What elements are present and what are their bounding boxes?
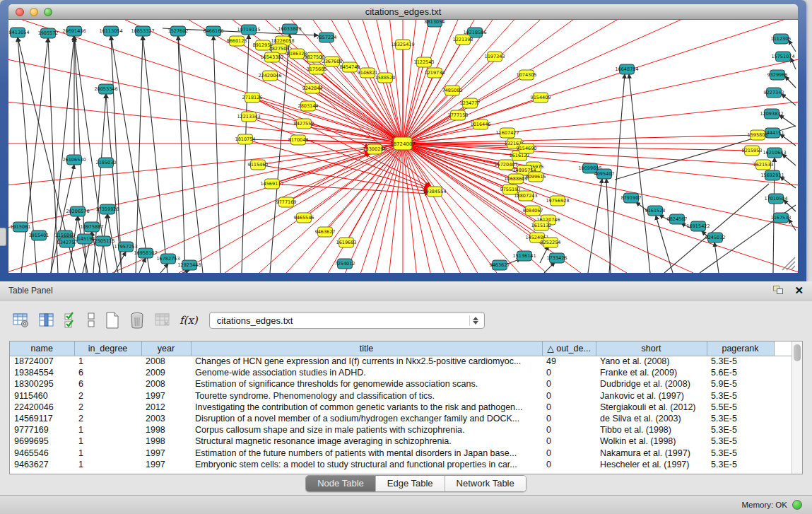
scrollbar-thumb[interactable] <box>794 344 801 361</box>
graph-edge[interactable] <box>403 135 758 144</box>
table-cell[interactable]: 1 <box>74 436 141 447</box>
table-cell[interactable]: Hescheler et al. (1997) <box>596 459 707 470</box>
graph-edge[interactable] <box>403 20 681 144</box>
graph-node[interactable]: 20053346 <box>94 84 117 94</box>
table-cell[interactable]: 5.6E-5 <box>707 367 774 378</box>
graph-edge[interactable] <box>136 36 143 273</box>
graph-node[interactable]: 26106530 <box>62 155 86 165</box>
graph-edge[interactable] <box>403 144 763 165</box>
graph-node[interactable]: 16210643 <box>763 148 786 158</box>
table-cell[interactable]: 22420046 <box>10 402 74 413</box>
graph-node[interactable]: 15692931 <box>760 170 784 180</box>
column-header-out_de[interactable]: △ out_de... <box>542 341 596 356</box>
table-cell[interactable]: 0 <box>542 402 596 413</box>
table-cell[interactable]: 5.3E-5 <box>707 413 774 424</box>
graph-node[interactable]: 8813054 <box>425 20 445 27</box>
graph-node[interactable]: 3175685 <box>307 64 327 74</box>
graph-edge[interactable] <box>272 184 429 194</box>
column-header-short[interactable]: short <box>596 341 707 356</box>
graph-edge[interactable] <box>403 20 617 144</box>
graph-edge[interactable] <box>403 144 798 228</box>
graph-edge[interactable] <box>782 154 796 165</box>
graph-node[interactable]: 19756928 <box>546 196 569 206</box>
window-titlebar[interactable]: citations_edges.txt <box>8 4 798 20</box>
graph-node[interactable]: 4095407 <box>594 169 615 179</box>
table-cell[interactable]: 0 <box>542 367 596 378</box>
table-cell[interactable]: 2 <box>74 413 141 424</box>
graph-node[interactable]: 8099615 <box>526 172 546 182</box>
table-cell[interactable]: Yano et al. (2008) <box>596 356 707 367</box>
table-cell[interactable]: 6 <box>74 378 141 390</box>
table-cell[interactable]: 1 <box>74 356 141 367</box>
graph-node[interactable]: 1595808 <box>748 130 768 140</box>
table-cell[interactable]: Genome-wide association studies in ADHD. <box>191 367 542 378</box>
graph-node[interactable]: 1733426 <box>547 253 567 263</box>
graph-node[interactable]: 14569117 <box>260 179 283 189</box>
network-canvas[interactable]: 1841305419055722069143616113054108533271… <box>8 20 798 273</box>
graph-node[interactable]: 1588520 <box>375 73 396 83</box>
select-columns-icon[interactable] <box>64 312 78 329</box>
graph-node[interactable]: 9161528 <box>645 206 666 216</box>
table-cell[interactable]: 9777169 <box>10 424 74 436</box>
graph-node[interactable]: 15136141 <box>512 251 536 261</box>
table-cell[interactable]: 5.3E-5 <box>707 448 774 459</box>
graph-node[interactable]: 16648784 <box>615 64 638 74</box>
table-row[interactable]: 911546021997Tourette syndrome. Phenomeno… <box>10 390 792 402</box>
graph-edge[interactable] <box>403 144 752 151</box>
table-cell[interactable]: 18300295 <box>10 378 74 390</box>
graph-edge[interactable] <box>309 144 403 273</box>
graph-node[interactable]: 16033809 <box>278 24 301 34</box>
table-header-row[interactable]: namein_degreeyeartitle△ out_de...shortpa… <box>10 341 792 356</box>
graph-node[interactable]: 8791907 <box>621 193 642 203</box>
graph-node[interactable]: 12923448 <box>177 260 201 270</box>
table-cell[interactable]: 9115460 <box>10 390 74 402</box>
graph-node[interactable]: 11607427 <box>495 128 519 138</box>
table-cell[interactable]: 1997 <box>141 390 191 402</box>
table-row[interactable]: 1830029562008Estimation of significance … <box>10 378 792 390</box>
table-row[interactable]: 1456911722003Disruption of a novel membe… <box>10 413 792 424</box>
graph-edge[interactable] <box>780 134 796 146</box>
table-selector-dropdown[interactable]: citations_edges.txt <box>209 312 485 329</box>
graph-node[interactable]: 1221398 <box>453 35 473 45</box>
graph-node[interactable]: 10853327 <box>131 26 154 36</box>
table-cell[interactable]: 1997 <box>141 459 191 470</box>
graph-node[interactable]: 9824567 <box>667 214 688 224</box>
graph-edge[interactable] <box>125 20 403 144</box>
table-cell[interactable]: 1 <box>74 448 141 459</box>
graph-node[interactable]: 9463627 <box>315 227 336 237</box>
graph-node[interactable]: 22420046 <box>258 71 281 81</box>
graph-node[interactable]: 8427552 <box>294 119 314 129</box>
graph-node[interactable]: 9154409 <box>531 93 551 103</box>
graph-edge[interactable] <box>403 144 497 273</box>
graph-node[interactable]: 20691436 <box>62 26 86 36</box>
column-visibility-icon[interactable] <box>38 313 55 328</box>
table-cell[interactable]: 5.3E-5 <box>707 459 774 470</box>
table-row[interactable]: 946554611997Estimation of the future num… <box>10 448 792 459</box>
table-settings-icon[interactable] <box>13 313 30 328</box>
table-cell[interactable]: 2008 <box>141 378 191 390</box>
table-cell[interactable]: 5.3E-5 <box>707 436 774 447</box>
table-cell[interactable]: 5.3E-5 <box>707 424 774 436</box>
graph-node[interactable]: 1527602 <box>168 26 189 36</box>
table-cell[interactable]: 2012 <box>141 402 191 413</box>
graph-node[interactable]: 1219734 <box>425 68 445 78</box>
graph-node[interactable]: 9465546 <box>294 213 314 223</box>
graph-edge[interactable] <box>245 139 403 144</box>
table-cell[interactable]: Franke et al. (2009) <box>596 367 707 378</box>
graph-edge[interactable] <box>789 40 796 52</box>
graph-edge[interactable] <box>22 20 403 144</box>
table-cell[interactable]: Structural magnetic resonance image aver… <box>191 436 542 447</box>
graph-edge[interactable] <box>629 74 650 273</box>
table-cell[interactable]: 1 <box>74 459 141 470</box>
delete-column-icon[interactable] <box>129 311 146 329</box>
table-cell[interactable]: 2008 <box>141 356 191 367</box>
table-cell[interactable]: 0 <box>542 448 596 459</box>
graph-node[interactable]: 1619683 <box>336 238 357 247</box>
graph-edge[interactable] <box>403 144 445 273</box>
graph-edge[interactable] <box>588 179 602 273</box>
graph-node[interactable]: 9245012 <box>705 233 726 243</box>
table-cell[interactable]: 1997 <box>141 448 191 459</box>
graph-node[interactable]: 9463627 <box>490 260 510 270</box>
table-cell[interactable]: 5.3E-5 <box>707 390 774 402</box>
graph-node[interactable]: 2718126 <box>242 93 263 103</box>
